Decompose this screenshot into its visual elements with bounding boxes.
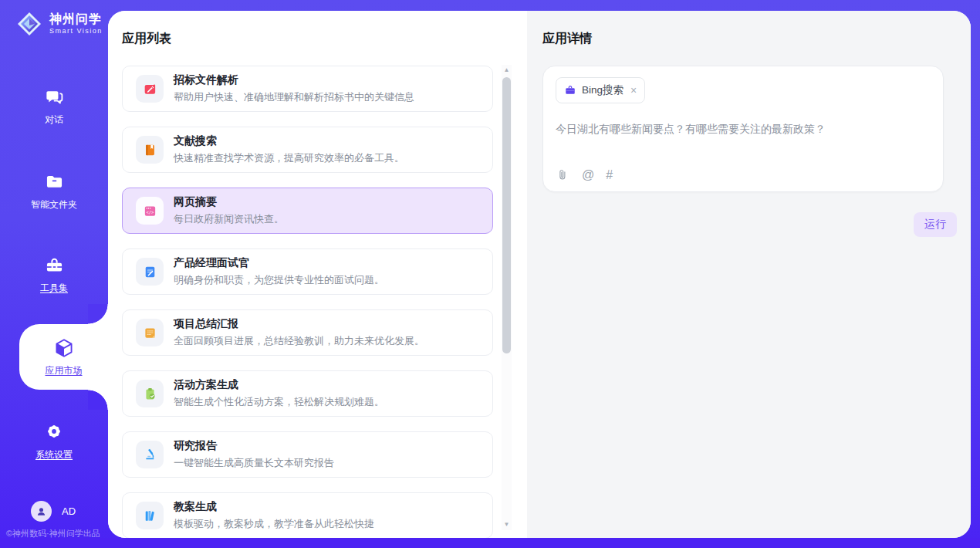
app-card-desc: 全面回顾项目进展，总结经验教训，助力未来优化发展。 — [174, 334, 424, 348]
sidebar-item-smart-folder[interactable]: 智能文件夹 — [0, 171, 108, 211]
microscope-icon — [136, 441, 164, 468]
app-card-texts: 活动方案生成 智能生成个性化活动方案，轻松解决规划难题。 — [174, 378, 384, 409]
avatar — [31, 501, 52, 522]
app-card-desc: 智能生成个性化活动方案，轻松解决规划难题。 — [174, 395, 384, 409]
app-card-texts: 文献搜索 快速精准查找学术资源，提高研究效率的必备工具。 — [174, 134, 404, 165]
app-card-lesson-plan[interactable]: 教案生成 模板驱动，教案秒成，教学准备从此轻松快捷 — [122, 492, 493, 538]
at-icon[interactable]: @ — [582, 168, 594, 182]
content-panel: 应用列表 招标文件解析 帮助用户快速、准确地理解和解析招标书中的关键信息 — [108, 11, 971, 538]
app-card-title: 产品经理面试官 — [174, 256, 384, 269]
gear-icon — [43, 421, 65, 442]
app-card-title: 教案生成 — [174, 500, 374, 513]
app-card-title: 文献搜索 — [174, 134, 404, 147]
app-list: 招标文件解析 帮助用户快速、准确地理解和解析招标书中的关键信息 文献搜索 — [122, 66, 493, 538]
app-card-texts: 教案生成 模板驱动，教案秒成，教学准备从此轻松快捷 — [174, 500, 374, 531]
user-account[interactable]: AD — [31, 501, 76, 522]
briefcase-icon — [564, 84, 576, 96]
brand-subtitle: Smart Vision — [49, 28, 103, 35]
cube-icon — [53, 337, 75, 359]
app-card-texts: 研究报告 一键智能生成高质量长文本研究报告 — [174, 439, 334, 470]
tool-chip-bing-search[interactable]: Bing搜索 × — [556, 77, 645, 103]
edit-document-icon — [136, 75, 164, 103]
tool-chip-label: Bing搜索 — [582, 83, 623, 97]
close-icon[interactable]: × — [630, 85, 637, 96]
books-icon — [136, 502, 164, 529]
scroll-up-icon[interactable]: ▲ — [504, 65, 510, 76]
app-card-title: 项目总结汇报 — [174, 317, 424, 330]
query-card[interactable]: Bing搜索 × 今日湖北有哪些新闻要点？有哪些需要关注的最新政策？ @ # — [542, 66, 944, 192]
sidebar-item-label: 系统设置 — [35, 448, 73, 461]
app-card-title: 招标文件解析 — [174, 73, 414, 86]
svg-text:</>: </> — [146, 210, 154, 215]
sidebar-item-toolbox[interactable]: 工具集 — [0, 255, 108, 295]
user-initials: AD — [62, 505, 76, 517]
scroll-down-icon[interactable]: ▼ — [504, 519, 510, 530]
app-card-event-plan[interactable]: 活动方案生成 智能生成个性化活动方案，轻松解决规划难题。 — [122, 370, 493, 417]
app-list-section: 应用列表 招标文件解析 帮助用户快速、准确地理解和解析招标书中的关键信息 — [108, 11, 527, 538]
app-card-literature-search[interactable]: 文献搜索 快速精准查找学术资源，提高研究效率的必备工具。 — [122, 127, 493, 173]
app-detail-title: 应用详情 — [542, 31, 971, 47]
app-card-title: 研究报告 — [174, 439, 334, 452]
app-card-desc: 帮助用户快速、准确地理解和解析招标书中的关键信息 — [174, 90, 414, 104]
app-card-desc: 模板驱动，教案秒成，教学准备从此轻松快捷 — [174, 517, 374, 531]
app-card-bid-parse[interactable]: 招标文件解析 帮助用户快速、准确地理解和解析招标书中的关键信息 — [122, 66, 493, 112]
app-card-texts: 产品经理面试官 明确身份和职责，为您提供专业性的面试问题。 — [174, 256, 384, 287]
sidebar-item-label: 智能文件夹 — [31, 198, 77, 211]
app-card-texts: 招标文件解析 帮助用户快速、准确地理解和解析招标书中的关键信息 — [174, 73, 414, 104]
app-card-pm-interviewer[interactable]: 产品经理面试官 明确身份和职责，为您提供专业性的面试问题。 — [122, 248, 493, 295]
app-card-desc: 每日政府新闻资讯快查。 — [174, 212, 284, 226]
app-card-texts: 网页摘要 每日政府新闻资讯快查。 — [174, 195, 284, 226]
toolbox-icon — [44, 255, 65, 276]
app-card-project-summary[interactable]: 项目总结汇报 全面回顾项目进展，总结经验教训，助力未来优化发展。 — [122, 309, 493, 356]
hash-icon[interactable]: # — [606, 168, 613, 182]
app-card-desc: 明确身份和职责，为您提供专业性的面试问题。 — [174, 273, 384, 287]
run-button[interactable]: 运行 — [914, 212, 957, 237]
app-card-title: 网页摘要 — [174, 195, 284, 208]
user-avatar-icon — [35, 505, 48, 518]
sidebar-item-app-market[interactable]: 应用市场 — [19, 324, 108, 390]
input-toolbar: @ # — [556, 168, 613, 182]
app-card-desc: 快速精准查找学术资源，提高研究效率的必备工具。 — [174, 151, 404, 165]
webpage-code-icon: </> — [136, 197, 164, 225]
sidebar-item-chat[interactable]: 对话 — [0, 86, 108, 127]
clipboard-check-icon — [136, 380, 164, 407]
folder-icon — [44, 171, 65, 192]
scrollbar-thumb[interactable] — [502, 77, 511, 353]
app-list-title: 应用列表 — [122, 31, 493, 47]
sidebar-item-settings[interactable]: 系统设置 — [0, 421, 108, 461]
app-detail-section: 应用详情 Bing搜索 × 今日湖北有哪些新闻要点？有哪些需要关注的最新政策？ — [527, 11, 971, 538]
app-card-texts: 项目总结汇报 全面回顾项目进展，总结经验教训，助力未来优化发展。 — [174, 317, 424, 348]
sidebar-item-label: 工具集 — [40, 282, 68, 295]
sidebar-item-label: 应用市场 — [46, 364, 83, 377]
attachment-icon[interactable] — [556, 168, 570, 182]
run-row: 运行 — [542, 212, 957, 237]
book-icon — [136, 136, 164, 164]
query-text[interactable]: 今日湖北有哪些新闻要点？有哪些需要关注的最新政策？ — [556, 123, 931, 137]
list-scrollbar[interactable]: ▲ ▼ — [502, 65, 512, 530]
sidebar-item-label: 对话 — [45, 113, 63, 127]
document-pencil-icon — [136, 258, 164, 286]
sticky-note-icon — [136, 319, 164, 346]
app-card-desc: 一键智能生成高质量长文本研究报告 — [174, 456, 334, 470]
bottom-strip — [0, 538, 980, 548]
app-card-research-report[interactable]: 研究报告 一键智能生成高质量长文本研究报告 — [122, 431, 493, 478]
brand-text: 神州问学 Smart Vision — [49, 12, 103, 35]
app-card-title: 活动方案生成 — [174, 378, 384, 391]
brand-diamond-icon — [15, 10, 43, 38]
brand-logo: 神州问学 Smart Vision — [15, 10, 103, 38]
chat-icon — [44, 86, 65, 107]
brand-name: 神州问学 — [49, 12, 103, 26]
app-card-webpage-summary[interactable]: </> 网页摘要 每日政府新闻资讯快查。 — [122, 188, 493, 234]
app-window: 神州问学 Smart Vision 对话 智能文件夹 — [0, 0, 980, 551]
sidebar: 神州问学 Smart Vision 对话 智能文件夹 — [0, 0, 108, 548]
